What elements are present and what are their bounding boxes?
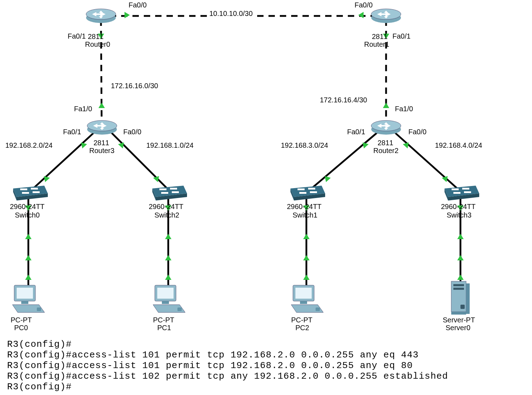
subnet-label: 172.16.16.4/30 <box>319 96 368 105</box>
link-status-icon <box>98 103 105 108</box>
svg-rect-42 <box>177 307 182 311</box>
link-status-icon <box>457 255 464 260</box>
svg-rect-38 <box>37 307 41 311</box>
link-status-icon <box>303 255 310 260</box>
subnet-label: 192.168.3.0/24 <box>280 141 329 150</box>
link-status-icon <box>165 275 171 280</box>
switch0-model: 2960-24TT <box>10 203 45 211</box>
switch2-name: Switch2 <box>154 211 179 219</box>
svg-line-6 <box>393 131 460 191</box>
svg-rect-33 <box>453 192 460 194</box>
svg-rect-26 <box>172 191 179 193</box>
port-label: Fa1/0 <box>73 105 93 113</box>
router0-model: 2811 <box>88 33 104 41</box>
link-status-icon <box>383 103 389 108</box>
router3-name: Router3 <box>89 147 114 155</box>
pc0-model: PC-PT <box>11 316 32 324</box>
port-label: Fa0/1 <box>391 32 412 41</box>
svg-rect-25 <box>161 192 168 194</box>
router0-name: Router0 <box>85 40 110 49</box>
subnet-label: 192.168.2.0/24 <box>4 141 53 150</box>
switch3-name: Switch3 <box>447 211 471 219</box>
router2-model: 2811 <box>378 139 394 147</box>
switch1[interactable] <box>287 185 325 201</box>
svg-rect-45 <box>300 301 307 304</box>
port-label: Fa0/0 <box>122 128 142 136</box>
svg-rect-46 <box>316 307 320 311</box>
svg-rect-22 <box>33 191 40 193</box>
svg-rect-41 <box>162 301 169 304</box>
link-status-icon <box>165 255 171 260</box>
router1[interactable] <box>370 7 402 24</box>
server0[interactable] <box>450 280 471 315</box>
router1-name: Router1 <box>364 40 389 49</box>
svg-line-4 <box>110 131 170 191</box>
port-label: Fa0/0 <box>128 1 148 10</box>
link-status-icon <box>125 12 130 18</box>
switch1-name: Switch1 <box>293 211 317 219</box>
link-status-icon <box>303 234 310 239</box>
pc2[interactable] <box>289 283 323 315</box>
port-label: Fa0/0 <box>353 1 374 10</box>
cli-line: R3(config)# <box>7 339 524 350</box>
port-label: Fa0/1 <box>67 32 87 41</box>
switch3-model: 2960-24TT <box>441 203 476 211</box>
link-status-icon <box>165 234 171 239</box>
router3[interactable] <box>86 119 118 136</box>
svg-rect-23 <box>159 188 166 190</box>
link-status-icon <box>303 275 310 280</box>
subnet-label: 192.168.4.0/24 <box>434 141 483 150</box>
switch3[interactable] <box>441 185 479 201</box>
svg-rect-30 <box>310 191 317 193</box>
switch0[interactable] <box>10 185 48 201</box>
svg-rect-21 <box>22 192 29 194</box>
pc2-model: PC-PT <box>291 316 312 324</box>
cli-line: R3(config)#access-list 101 permit tcp 19… <box>7 350 524 361</box>
port-label: Fa0/0 <box>407 128 428 136</box>
svg-rect-52 <box>460 305 465 309</box>
svg-rect-36 <box>17 288 33 299</box>
svg-rect-20 <box>31 188 38 190</box>
pc0[interactable] <box>11 283 45 315</box>
port-label: Fa0/1 <box>346 128 366 136</box>
switch0-name: Switch0 <box>15 211 40 219</box>
pc0-name: PC0 <box>14 324 28 332</box>
subnet-label: 172.16.16.0/30 <box>110 81 159 90</box>
svg-rect-51 <box>453 288 464 290</box>
switch2-model: 2960-24TT <box>149 203 183 211</box>
pc1-name: PC1 <box>157 324 171 332</box>
switch1-model: 2960-24TT <box>287 203 322 211</box>
topology-canvas[interactable]: Fa0/0 Fa0/0 10.10.10.0/30 Fa0/1 2811 Rou… <box>0 0 532 395</box>
router1-model: 2811 <box>372 33 388 41</box>
cli-output: R3(config)# R3(config)#access-list 101 p… <box>7 339 524 392</box>
router2-name: Router2 <box>373 147 398 155</box>
svg-rect-37 <box>21 301 28 304</box>
port-label: Fa1/0 <box>394 105 414 113</box>
link-status-icon <box>25 275 32 280</box>
svg-rect-48 <box>466 283 470 314</box>
subnet-label: 10.10.10.0/30 <box>208 9 254 18</box>
pc2-name: PC2 <box>295 324 309 332</box>
svg-rect-40 <box>157 288 174 299</box>
link-status-icon <box>25 255 32 260</box>
pc1-model: PC-PT <box>153 316 174 324</box>
link-status-icon <box>358 12 364 18</box>
server0-model: Server-PT <box>443 316 475 324</box>
cli-line: R3(config)#access-list 102 permit tcp an… <box>7 371 524 382</box>
port-label: Fa0/1 <box>62 128 82 136</box>
svg-rect-19 <box>20 188 27 190</box>
pc1[interactable] <box>151 283 185 315</box>
svg-rect-28 <box>308 188 315 190</box>
svg-rect-24 <box>170 188 177 190</box>
link-status-icon <box>457 234 464 239</box>
link-status-icon <box>457 275 464 280</box>
server0-name: Server0 <box>446 324 470 332</box>
svg-rect-50 <box>453 284 464 286</box>
svg-rect-27 <box>298 188 305 190</box>
router2[interactable] <box>370 119 402 136</box>
router0[interactable] <box>85 7 117 24</box>
svg-rect-49 <box>451 312 466 315</box>
svg-line-3 <box>30 131 96 191</box>
link-status-icon <box>25 234 32 239</box>
switch2[interactable] <box>149 185 187 201</box>
